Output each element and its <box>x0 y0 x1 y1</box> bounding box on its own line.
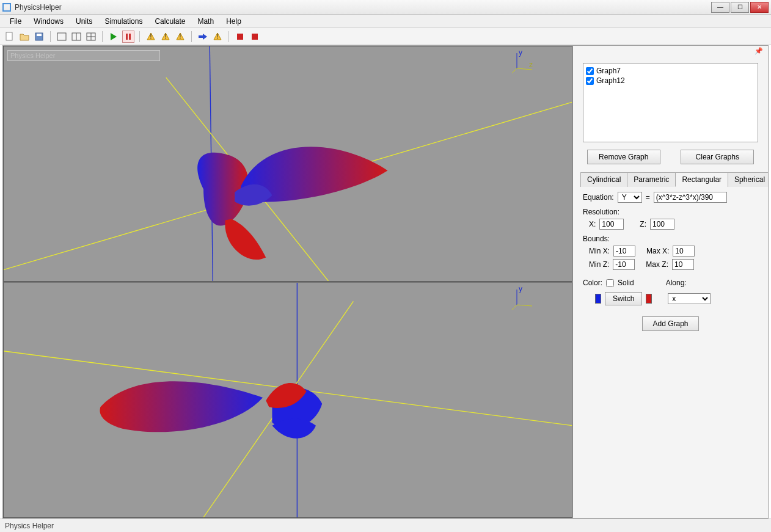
remove-graph-button[interactable]: Remove Graph <box>587 150 660 164</box>
axis-indicator-icon: y <box>511 286 535 311</box>
rectangular-panel: Equation: Y = Resolution: X: Z: Bounds: <box>583 192 758 331</box>
statusbar: Physics Helper <box>0 519 771 532</box>
equals-sign: = <box>646 193 650 202</box>
svg-rect-3 <box>57 33 66 40</box>
svg-rect-16 <box>252 34 258 40</box>
window-title: PhysicsHelper <box>15 3 711 12</box>
viewport-bottom[interactable]: y <box>3 282 572 518</box>
graph-name: Graph7 <box>596 67 621 75</box>
warning-icon[interactable]: ! <box>174 31 186 43</box>
stop-icon[interactable] <box>234 31 246 43</box>
arrow-right-icon[interactable] <box>197 31 209 43</box>
graph-list-item[interactable]: Graph12 <box>586 76 755 86</box>
svg-text:!: ! <box>164 32 166 41</box>
graph-checkbox[interactable] <box>586 77 594 85</box>
menu-file[interactable]: File <box>4 15 27 27</box>
viewport-top[interactable]: Physics Helper y z <box>3 46 572 282</box>
svg-rect-0 <box>6 32 12 40</box>
svg-text:!: ! <box>150 32 152 41</box>
window-controls: — ☐ ✕ <box>711 2 769 13</box>
toolbar: ! ! ! ! <box>0 28 771 45</box>
graph-checkbox[interactable] <box>586 67 594 75</box>
res-z-input[interactable] <box>650 219 674 230</box>
maxz-input[interactable] <box>672 259 694 270</box>
graph-list[interactable]: Graph7Graph12 <box>583 63 758 142</box>
minx-input[interactable] <box>613 246 635 257</box>
viewports: Physics Helper y z <box>3 46 572 518</box>
svg-line-31 <box>512 305 517 310</box>
switch-button[interactable]: Switch <box>605 292 642 305</box>
menu-math[interactable]: Math <box>191 15 220 27</box>
warning-icon[interactable]: ! <box>145 31 157 43</box>
toolbar-separator <box>139 31 140 42</box>
layout-single-icon[interactable] <box>56 31 68 43</box>
menu-units[interactable]: Units <box>70 15 98 27</box>
layout-quad-icon[interactable] <box>85 31 97 43</box>
equation-label: Equation: <box>583 193 614 202</box>
titlebar: PhysicsHelper — ☐ ✕ <box>0 0 771 15</box>
maxx-input[interactable] <box>673 246 695 257</box>
svg-line-30 <box>517 305 532 306</box>
svg-rect-9 <box>126 34 128 40</box>
main-area: Physics Helper y z <box>2 45 769 519</box>
svg-rect-10 <box>129 34 131 40</box>
warning-icon[interactable]: ! <box>211 31 224 43</box>
maximize-button[interactable]: ☐ <box>731 2 749 13</box>
svg-rect-15 <box>237 34 243 40</box>
minx-label: Min X: <box>589 247 610 255</box>
svg-text:!: ! <box>179 32 181 41</box>
minz-label: Min Z: <box>589 260 609 269</box>
res-z-label: Z: <box>640 220 646 228</box>
menu-simulations[interactable]: Simulations <box>98 15 148 27</box>
menubar: FileWindowsUnitsSimulationsCalculateMath… <box>0 15 771 28</box>
along-select[interactable]: x <box>668 293 711 304</box>
close-button[interactable]: ✕ <box>750 2 769 13</box>
res-x-input[interactable] <box>599 219 624 230</box>
sidebar: 📌 Graph7Graph12 Remove Graph Clear Graph… <box>572 46 768 518</box>
warning-icon[interactable]: ! <box>159 31 172 43</box>
equation-var-select[interactable]: Y <box>618 192 642 203</box>
resolution-label: Resolution: <box>583 208 619 216</box>
tab-rectangular[interactable]: Rectangular <box>675 172 728 187</box>
tab-cylindrical[interactable]: Cylindrical <box>580 172 627 187</box>
svg-text:z: z <box>529 60 533 69</box>
menu-help[interactable]: Help <box>220 15 247 27</box>
maxz-label: Max Z: <box>646 260 668 269</box>
toolbar-separator <box>50 31 51 42</box>
toolbar-separator <box>228 31 229 42</box>
pin-icon[interactable]: 📌 <box>755 47 763 55</box>
svg-line-24 <box>512 68 517 73</box>
color-swatch-1[interactable] <box>595 294 601 304</box>
save-file-icon[interactable] <box>33 31 45 43</box>
res-x-label: X: <box>589 220 596 228</box>
menu-calculate[interactable]: Calculate <box>148 15 191 27</box>
open-file-icon[interactable] <box>18 31 31 43</box>
minimize-button[interactable]: — <box>711 2 729 13</box>
svg-rect-2 <box>37 34 42 36</box>
clear-graphs-button[interactable]: Clear Graphs <box>681 150 754 164</box>
play-icon[interactable] <box>108 31 120 43</box>
color-label: Color: <box>583 279 602 287</box>
new-file-icon[interactable] <box>4 31 16 43</box>
svg-text:!: ! <box>216 32 218 41</box>
solid-checkbox[interactable] <box>606 279 614 287</box>
pause-icon[interactable] <box>122 31 134 43</box>
along-label: Along: <box>666 279 687 287</box>
axis-indicator-icon: y z <box>511 50 535 75</box>
viewport-label: Physics Helper <box>7 50 160 61</box>
scene-bottom <box>4 283 572 517</box>
status-text: Physics Helper <box>5 522 54 530</box>
toolbar-separator <box>102 31 103 42</box>
tab-parametric[interactable]: Parametric <box>627 172 676 187</box>
tab-spherical[interactable]: Spherical <box>728 172 769 187</box>
menu-windows[interactable]: Windows <box>27 15 70 27</box>
stop-icon[interactable] <box>249 31 261 43</box>
color-swatch-2[interactable] <box>646 294 652 304</box>
graph-name: Graph12 <box>596 76 625 85</box>
equation-input[interactable] <box>654 192 727 203</box>
app-icon <box>2 3 11 12</box>
minz-input[interactable] <box>613 259 635 270</box>
add-graph-button[interactable]: Add Graph <box>642 316 698 331</box>
graph-list-item[interactable]: Graph7 <box>586 66 755 76</box>
layout-split-v-icon[interactable] <box>70 31 82 43</box>
